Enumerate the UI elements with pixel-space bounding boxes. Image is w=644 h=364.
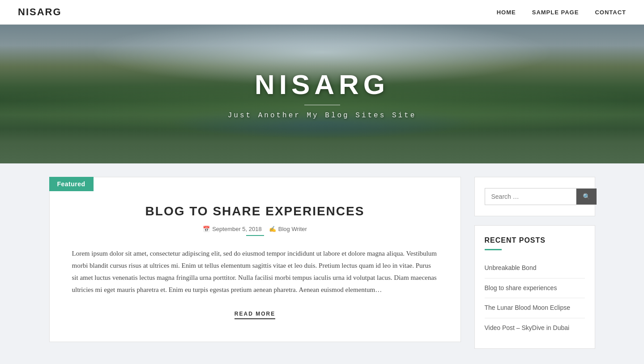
featured-badge: Featured (49, 177, 94, 191)
nav-item-contact[interactable]: CONTACT (595, 8, 626, 16)
nav-links: HOME SAMPLE PAGE CONTACT (497, 8, 626, 16)
hero-title: NISARG (228, 69, 417, 100)
recent-post-item: Blog to share experiences (485, 278, 585, 299)
post-meta: 📅 September 5, 2018 ✍ Blog Writer (72, 226, 438, 232)
hero-divider (304, 105, 340, 105)
nav-link-home[interactable]: HOME (497, 9, 516, 16)
read-more-button[interactable]: READ MORE (235, 311, 275, 319)
site-logo[interactable]: NISARG (18, 6, 62, 18)
recent-post-item: The Lunar Blood Moon Eclipse (485, 298, 585, 318)
post-title: BLOG TO SHARE EXPERIENCES (72, 204, 438, 218)
nav-link-contact[interactable]: CONTACT (595, 9, 626, 16)
hero-banner: NISARG Just Another My Blog Sites Site (0, 25, 644, 163)
search-icon: 🔍 (583, 193, 590, 200)
search-button[interactable]: 🔍 (576, 188, 597, 205)
nav-item-home[interactable]: HOME (497, 8, 516, 16)
navbar: NISARG HOME SAMPLE PAGE CONTACT (0, 0, 644, 25)
recent-posts-widget: RECENT POSTS Unbreakable Bond Blog to sh… (474, 225, 595, 349)
nav-link-sample[interactable]: SAMPLE PAGE (532, 9, 579, 16)
post-author: Blog Writer (278, 226, 307, 232)
recent-posts-title: RECENT POSTS (485, 236, 585, 244)
recent-post-item: Unbreakable Bond (485, 258, 585, 278)
post-author-item: ✍ Blog Writer (269, 226, 307, 232)
post-card: Featured BLOG TO SHARE EXPERIENCES 📅 Sep… (49, 177, 461, 342)
recent-post-link[interactable]: Video Post – SkyDive in Dubai (485, 324, 570, 331)
calendar-icon: 📅 (203, 226, 210, 232)
post-date-item: 📅 September 5, 2018 (203, 226, 262, 232)
nav-item-sample[interactable]: SAMPLE PAGE (532, 8, 579, 16)
search-form: 🔍 (485, 188, 585, 205)
post-body: Lorem ipsum dolor sit amet, consectetur … (72, 248, 438, 296)
sidebar: 🔍 RECENT POSTS Unbreakable Bond Blog to … (474, 177, 595, 349)
read-more-wrap: READ MORE (72, 309, 438, 319)
search-widget: 🔍 (474, 177, 595, 216)
recent-post-list: Unbreakable Bond Blog to share experienc… (485, 258, 585, 338)
recent-post-link[interactable]: Blog to share experiences (485, 284, 557, 291)
author-icon: ✍ (269, 226, 276, 232)
post-meta-divider (246, 235, 264, 236)
recent-post-link[interactable]: Unbreakable Bond (485, 264, 537, 271)
main-content: Featured BLOG TO SHARE EXPERIENCES 📅 Sep… (49, 177, 461, 342)
recent-posts-title-bar (485, 249, 502, 250)
hero-subtitle: Just Another My Blog Sites Site (228, 111, 417, 120)
search-input[interactable] (485, 188, 576, 205)
recent-post-item: Video Post – SkyDive in Dubai (485, 318, 585, 338)
post-date: September 5, 2018 (212, 226, 262, 232)
recent-post-link[interactable]: The Lunar Blood Moon Eclipse (485, 304, 570, 311)
